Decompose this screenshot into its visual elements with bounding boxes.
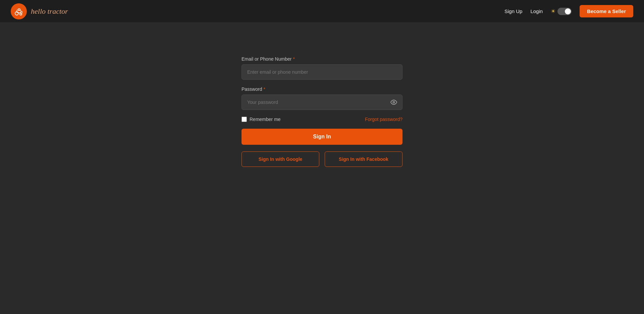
svg-point-1	[20, 13, 22, 15]
header-right: Sign Up Login ☀ Become a Seller	[504, 5, 633, 17]
signup-nav-button[interactable]: Sign Up	[504, 8, 522, 14]
email-field-group: Email or Phone Number *	[241, 56, 402, 80]
logo-icon	[11, 3, 27, 19]
remember-left: Remember me	[241, 117, 281, 122]
svg-rect-3	[18, 9, 20, 10]
theme-toggle-track[interactable]	[557, 8, 572, 15]
email-input[interactable]	[241, 64, 402, 80]
theme-toggle-thumb	[565, 8, 571, 14]
logo-text: hello tractor	[31, 7, 68, 16]
social-buttons-row: Sign In with Google Sign In with Faceboo…	[241, 151, 402, 167]
login-form: Email or Phone Number * Password *	[241, 56, 402, 167]
main-content: Email or Phone Number * Password *	[0, 23, 644, 167]
header: hello tractor Sign Up Login ☀ Become a S…	[0, 0, 644, 23]
remember-me-label[interactable]: Remember me	[250, 117, 281, 122]
password-field-group: Password *	[241, 86, 402, 110]
login-nav-button[interactable]: Login	[530, 8, 543, 14]
email-label: Email or Phone Number *	[241, 56, 402, 62]
email-required-star: *	[293, 56, 294, 62]
sun-icon: ☀	[551, 8, 555, 14]
password-input[interactable]	[241, 95, 402, 110]
password-label: Password *	[241, 86, 402, 92]
remember-me-checkbox[interactable]	[241, 117, 247, 122]
sign-in-facebook-button[interactable]: Sign In with Facebook	[325, 151, 402, 167]
forgot-password-button[interactable]: Forgot password?	[365, 117, 402, 122]
remember-forgot-row: Remember me Forgot password?	[241, 117, 402, 122]
sign-in-google-button[interactable]: Sign In with Google	[241, 151, 319, 167]
logo-area: hello tractor	[11, 3, 68, 19]
password-required-star: *	[263, 86, 265, 92]
toggle-password-visibility-button[interactable]	[389, 98, 398, 107]
sign-in-button[interactable]: Sign In	[241, 129, 402, 145]
become-seller-button[interactable]: Become a Seller	[580, 5, 633, 17]
password-wrapper	[241, 95, 402, 110]
svg-point-6	[393, 102, 395, 103]
theme-toggle[interactable]: ☀	[551, 8, 572, 15]
